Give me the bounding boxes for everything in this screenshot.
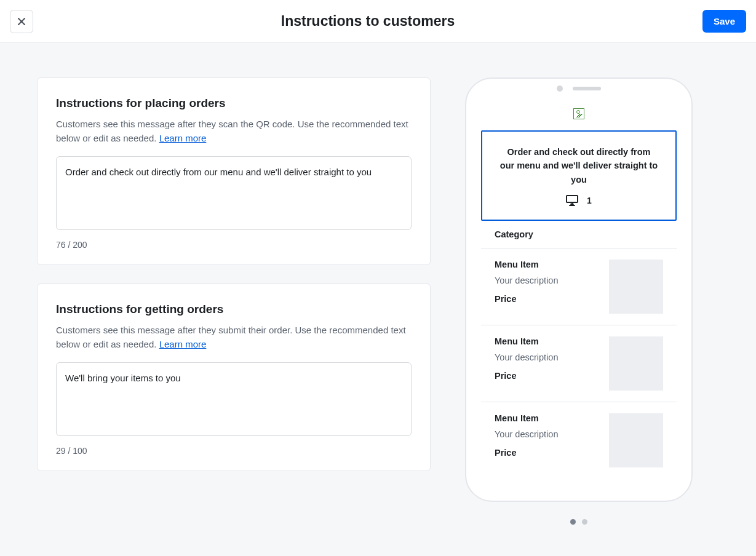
preview-instructions-banner: Order and check out directly from our me…: [481, 130, 677, 221]
preview-table-row: 1: [499, 195, 658, 206]
preview-menu-item: Menu Item Your description Price: [481, 325, 677, 402]
menu-item-title: Menu Item: [495, 260, 598, 269]
menu-item-desc: Your description: [495, 352, 598, 362]
menu-item-thumbnail: [609, 336, 663, 391]
close-icon: [17, 17, 26, 26]
getting-description: Customers see this message after they su…: [56, 324, 412, 351]
menu-item-price: Price: [495, 294, 598, 304]
broken-image-icon: [573, 108, 584, 119]
table-number: 1: [587, 196, 592, 205]
preview-category-header: Category: [481, 221, 677, 248]
preview-menu-item: Menu Item Your description Price: [481, 402, 677, 479]
getting-textarea[interactable]: [56, 362, 412, 436]
getting-learn-more-link[interactable]: Learn more: [159, 339, 207, 349]
phone-notch: [466, 79, 691, 97]
menu-item-thumbnail: [609, 413, 663, 467]
page-title: Instructions to customers: [33, 13, 702, 30]
placing-description: Customers see this message after they sc…: [56, 117, 412, 145]
save-button[interactable]: Save: [702, 10, 746, 33]
topbar: Instructions to customers Save: [0, 0, 756, 43]
preview-pagination: [570, 519, 587, 525]
getting-char-count: 29 / 100: [56, 446, 412, 456]
preview-banner-text: Order and check out directly from our me…: [499, 145, 658, 186]
placing-learn-more-link[interactable]: Learn more: [159, 133, 207, 143]
menu-item-desc: Your description: [495, 276, 598, 285]
menu-item-price: Price: [495, 448, 598, 458]
menu-item-title: Menu Item: [495, 413, 598, 423]
pagination-dot-1[interactable]: [570, 519, 576, 525]
menu-item-price: Price: [495, 371, 598, 381]
svg-rect-2: [567, 196, 578, 202]
placing-textarea[interactable]: [56, 156, 412, 230]
form-column: Instructions for placing orders Customer…: [37, 77, 431, 525]
placing-desc-text: Customers see this message after they sc…: [56, 119, 408, 143]
getting-title: Instructions for getting orders: [56, 303, 412, 316]
table-screen-icon: [566, 195, 578, 206]
placing-title: Instructions for placing orders: [56, 97, 412, 110]
getting-desc-text: Customers see this message after they su…: [56, 325, 406, 349]
placing-char-count: 76 / 200: [56, 240, 412, 250]
placing-orders-card: Instructions for placing orders Customer…: [37, 77, 431, 265]
menu-item-info: Menu Item Your description Price: [495, 336, 598, 381]
phone-body: Order and check out directly from our me…: [466, 97, 691, 493]
menu-item-thumbnail: [609, 260, 663, 314]
phone-preview: Order and check out directly from our me…: [465, 77, 693, 502]
speaker-bar-icon: [573, 87, 601, 90]
preview-column: Order and check out directly from our me…: [465, 77, 693, 525]
pagination-dot-2[interactable]: [582, 519, 587, 525]
preview-logo-row: [481, 97, 677, 130]
close-button[interactable]: [10, 10, 33, 33]
menu-item-desc: Your description: [495, 429, 598, 439]
menu-item-info: Menu Item Your description Price: [495, 413, 598, 458]
menu-item-title: Menu Item: [495, 336, 598, 346]
getting-orders-card: Instructions for getting orders Customer…: [37, 284, 431, 471]
menu-item-info: Menu Item Your description Price: [495, 260, 598, 304]
preview-menu-item: Menu Item Your description Price: [481, 248, 677, 325]
camera-dot-icon: [557, 85, 563, 92]
content: Instructions for placing orders Customer…: [0, 43, 756, 539]
